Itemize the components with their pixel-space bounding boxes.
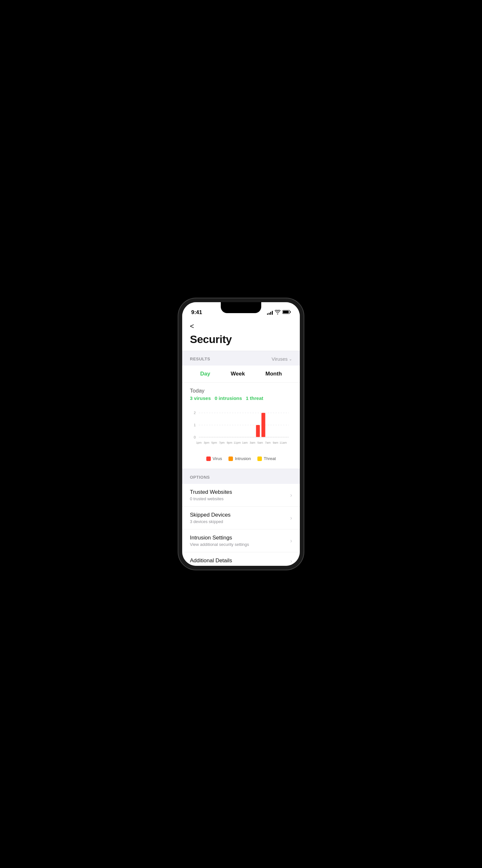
stat-threat: 1 threat [246, 396, 263, 401]
tab-month[interactable]: Month [265, 369, 282, 378]
skipped-devices-text: Skipped Devices 3 devices skipped [190, 512, 290, 524]
options-list: Trusted Websites 0 trusted websites › Sk… [182, 484, 300, 566]
page-title: Security [190, 333, 292, 346]
status-bar: 9:41 [182, 302, 300, 318]
chart-title: Today [190, 388, 292, 394]
intrusion-settings-title: Intrusion Settings [190, 535, 290, 541]
trusted-websites-subtitle: 0 trusted websites [190, 496, 290, 501]
svg-rect-9 [256, 425, 260, 437]
chart-stats: 3 viruses 0 intrusions 1 threat [190, 396, 292, 401]
chart-container: 2 1 0 1pm 3pm [190, 406, 292, 451]
filter-label: Viruses [271, 356, 288, 362]
stat-intrusions: 0 intrusions [215, 396, 242, 401]
additional-details-text: Additional Details [190, 557, 290, 565]
intrusion-settings-subtitle: View additional security settings [190, 542, 290, 547]
intrusion-settings-text: Intrusion Settings View additional secur… [190, 535, 290, 547]
chart-svg: 2 1 0 1pm 3pm [190, 406, 292, 451]
skipped-devices-chevron-icon: › [290, 515, 292, 522]
svg-text:5am: 5am [257, 441, 263, 444]
stat-viruses: 3 viruses [190, 396, 211, 401]
additional-details-chevron-icon: › [290, 558, 292, 564]
svg-text:9am: 9am [273, 441, 278, 444]
threat-dot [257, 457, 262, 461]
header: < Security [182, 318, 300, 351]
status-icons [267, 310, 291, 315]
intrusion-dot [228, 457, 233, 461]
virus-dot [206, 457, 211, 461]
svg-text:11pm: 11pm [234, 441, 241, 444]
option-additional-details[interactable]: Additional Details › [182, 552, 300, 566]
trusted-websites-text: Trusted Websites 0 trusted websites [190, 489, 290, 501]
trusted-websites-title: Trusted Websites [190, 489, 290, 495]
svg-text:1am: 1am [242, 441, 248, 444]
signal-icon [267, 310, 273, 315]
option-intrusion-settings[interactable]: Intrusion Settings View additional secur… [182, 529, 300, 552]
svg-text:1pm: 1pm [196, 441, 201, 444]
phone-frame: 9:41 [178, 298, 304, 570]
svg-text:7am: 7am [265, 441, 270, 444]
notch [221, 302, 261, 313]
option-skipped-devices[interactable]: Skipped Devices 3 devices skipped › [182, 507, 300, 529]
svg-text:3pm: 3pm [204, 441, 209, 444]
content-scroll[interactable]: < Security RESULTS Viruses ⌄ Day Week Mo… [182, 318, 300, 566]
option-trusted-websites[interactable]: Trusted Websites 0 trusted websites › [182, 484, 300, 507]
time-tabs: Day Week Month [182, 366, 300, 382]
svg-text:3am: 3am [250, 441, 255, 444]
battery-icon [283, 310, 291, 315]
tab-week[interactable]: Week [231, 369, 245, 378]
status-time: 9:41 [191, 309, 202, 316]
trusted-websites-chevron-icon: › [290, 492, 292, 499]
options-section-header: OPTIONS [182, 469, 300, 484]
svg-text:7pm: 7pm [219, 441, 225, 444]
legend-intrusion: Intrusion [228, 456, 251, 461]
svg-text:2: 2 [194, 411, 196, 415]
skipped-devices-title: Skipped Devices [190, 512, 290, 518]
legend-virus: Virus [206, 456, 222, 461]
phone-screen: 9:41 [182, 302, 300, 566]
chart-area: Today 3 viruses 0 intrusions 1 threat [182, 382, 300, 469]
chevron-down-icon: ⌄ [289, 357, 292, 361]
options-label: OPTIONS [190, 475, 210, 479]
legend-intrusion-label: Intrusion [235, 456, 251, 461]
svg-text:9pm: 9pm [227, 441, 232, 444]
svg-rect-10 [262, 413, 265, 437]
skipped-devices-subtitle: 3 devices skipped [190, 519, 290, 524]
legend-threat-label: Threat [264, 456, 276, 461]
svg-rect-2 [283, 311, 289, 313]
filter-dropdown[interactable]: Viruses ⌄ [271, 356, 292, 362]
tab-day[interactable]: Day [200, 369, 210, 378]
svg-text:11am: 11am [280, 441, 287, 444]
svg-text:0: 0 [194, 435, 196, 439]
legend-threat: Threat [257, 456, 276, 461]
wifi-icon [275, 310, 281, 315]
svg-rect-1 [290, 311, 291, 313]
chart-legend: Virus Intrusion Threat [190, 454, 292, 466]
additional-details-title: Additional Details [190, 557, 290, 564]
svg-text:1: 1 [194, 423, 196, 427]
legend-virus-label: Virus [213, 456, 222, 461]
intrusion-settings-chevron-icon: › [290, 537, 292, 544]
svg-text:5pm: 5pm [212, 441, 217, 444]
back-button[interactable]: < [190, 322, 292, 331]
results-section-header: RESULTS Viruses ⌄ [182, 351, 300, 366]
results-label: RESULTS [190, 356, 210, 361]
